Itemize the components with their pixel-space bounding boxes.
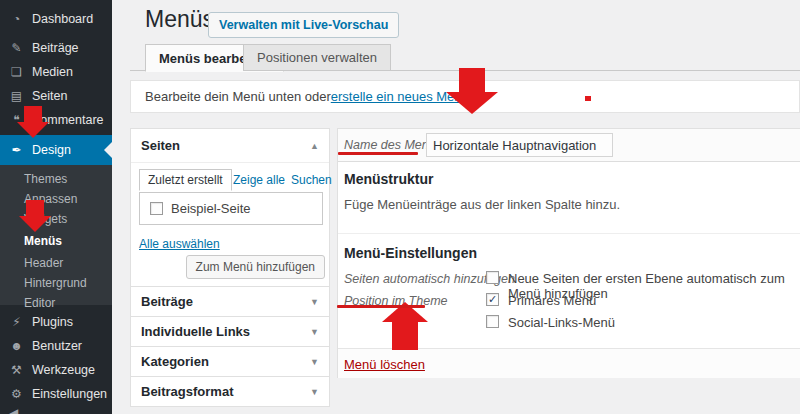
collapse-menu-icon[interactable]: ◀ — [9, 406, 18, 414]
edit-menu-notice: Bearbeite dein Menü unten oder erstelle … — [130, 80, 800, 113]
create-new-menu-link[interactable]: erstelle ein neues Menü — [331, 89, 469, 104]
sidebar-item-plugins[interactable]: ⚡ Plugins — [0, 310, 112, 334]
panel-seiten-body: Zuletzt erstellt Zeige alle Suchen Beisp… — [131, 162, 329, 286]
panel-kategorien-header[interactable]: Kategorien ▼ — [131, 347, 329, 376]
sidebar-item-label: Dashboard — [32, 12, 93, 26]
sidebar-item-benutzer[interactable]: ☻ Benutzer — [0, 334, 112, 358]
settings-icon: ⚙ — [9, 387, 24, 401]
subtab-suchen[interactable]: Suchen — [291, 173, 332, 187]
primary-menu-label: Primäres Menü — [508, 293, 596, 308]
sidebar-item-seiten[interactable]: ▤ Seiten — [0, 84, 112, 108]
active-menu-arrow — [104, 142, 112, 158]
page-list-box: Beispiel-Seite — [139, 192, 323, 225]
social-links-menu-checkbox[interactable] — [486, 315, 499, 328]
sidebar-item-dashboard[interactable]: ◔ Dashboard — [0, 6, 112, 32]
subtab-zuletzt-erstellt[interactable]: Zuletzt erstellt — [139, 169, 232, 191]
user-icon: ☻ — [9, 339, 24, 353]
panel-title: Beitragsformat — [141, 384, 233, 399]
panel-kategorien: Kategorien ▼ — [130, 346, 330, 376]
menu-structure-hint: Füge Menüeinträge aus der linken Spalte … — [344, 197, 620, 212]
sidebar-item-medien[interactable]: ❏ Medien — [0, 60, 112, 84]
select-all-link[interactable]: Alle auswählen — [139, 237, 220, 251]
menu-name-row: Name des Menüs — [338, 129, 800, 162]
wordpress-admin-menus-page: ◔ Dashboard ✎ Beiträge ❏ Medien ▤ Seiten… — [0, 0, 800, 414]
panel-title: Kategorien — [141, 354, 209, 369]
submenu-item-menues[interactable]: Menüs — [0, 231, 112, 251]
submenu-item-anpassen[interactable]: Anpassen — [0, 189, 112, 209]
subtab-zeige-alle[interactable]: Zeige alle — [233, 173, 285, 187]
sidebar-item-kommentare[interactable]: ❝ Kommentare — [0, 108, 112, 132]
sidebar-item-label: Werkzeuge — [32, 363, 95, 377]
panel-beitraege-header[interactable]: Beiträge ▼ — [131, 287, 329, 316]
panel-beitragsformat-header[interactable]: Beitragsformat ▼ — [131, 377, 329, 406]
submenu-item-themes[interactable]: Themes — [0, 169, 112, 189]
chevron-down-icon[interactable]: ▼ — [310, 327, 319, 337]
live-preview-button[interactable]: Verwalten mit Live-Vorschau — [208, 12, 399, 38]
chevron-down-icon[interactable]: ▼ — [310, 387, 319, 397]
section-divider — [338, 233, 800, 234]
theme-position-label: Position im Theme — [344, 294, 448, 308]
pages-icon: ▤ — [9, 89, 24, 103]
sidebar-item-label: Einstellungen — [32, 387, 107, 401]
media-icon: ❏ — [9, 65, 24, 79]
pushpin-icon: ✎ — [9, 41, 24, 55]
sidebar-item-label: Beiträge — [32, 41, 79, 55]
panel-title: Seiten — [141, 138, 180, 153]
sidebar-item-einstellungen[interactable]: ⚙ Einstellungen — [0, 382, 112, 406]
dashboard-icon: ◔ — [9, 12, 24, 26]
auto-add-checkbox[interactable] — [486, 271, 499, 284]
beispiel-seite-checkbox[interactable] — [150, 202, 163, 215]
panel-beitraege: Beiträge ▼ — [130, 286, 330, 316]
plug-icon: ⚡ — [9, 315, 24, 329]
menu-editor-card: Name des Menüs Menüstruktur Füge Menüein… — [337, 128, 800, 378]
panel-title: Individuelle Links — [141, 324, 250, 339]
menu-settings-heading: Menü-Einstellungen — [344, 245, 477, 261]
sidebar-item-label: Plugins — [32, 315, 73, 329]
sidebar-item-label: Design — [32, 143, 71, 157]
sidebar-item-label: Seiten — [32, 89, 67, 103]
panel-seiten-header[interactable]: Seiten ▲ — [131, 129, 329, 162]
sidebar-item-label: Medien — [32, 65, 73, 79]
chevron-up-icon[interactable]: ▲ — [310, 141, 319, 151]
admin-sidebar: ◔ Dashboard ✎ Beiträge ❏ Medien ▤ Seiten… — [0, 0, 112, 414]
menu-structure-heading: Menüstruktur — [344, 171, 433, 187]
page-item-label: Beispiel-Seite — [171, 201, 251, 216]
primary-menu-checkbox[interactable] — [486, 293, 499, 306]
design-submenu: Themes Anpassen Widgets Menüs Header Hin… — [0, 165, 112, 305]
menu-items-accordion: Seiten ▲ Zuletzt erstellt Zeige alle Suc… — [130, 128, 330, 407]
brush-icon: ✒ — [9, 143, 24, 157]
social-links-menu-label: Social-Links-Menü — [508, 315, 615, 330]
panel-title: Beiträge — [141, 294, 193, 309]
sidebar-item-werkzeuge[interactable]: ⚒ Werkzeuge — [0, 358, 112, 382]
comments-icon: ❝ — [9, 113, 24, 127]
sidebar-item-label: Benutzer — [32, 339, 82, 353]
chevron-down-icon[interactable]: ▼ — [310, 297, 319, 307]
delete-menu-link[interactable]: Menü löschen — [344, 357, 425, 372]
panel-individuelle-links: Individuelle Links ▼ — [130, 316, 330, 346]
chevron-down-icon[interactable]: ▼ — [310, 357, 319, 367]
submenu-item-widgets[interactable]: Widgets — [0, 209, 112, 229]
card-footer: Menü löschen — [338, 348, 800, 378]
submenu-item-header[interactable]: Header — [0, 253, 112, 273]
menu-name-input[interactable] — [426, 133, 613, 157]
sidebar-item-design[interactable]: ✒ Design — [0, 135, 112, 165]
add-to-menu-button[interactable]: Zum Menü hinzufügen — [186, 255, 325, 279]
panel-individuelle-links-header[interactable]: Individuelle Links ▼ — [131, 317, 329, 346]
panel-seiten: Seiten ▲ Zuletzt erstellt Zeige alle Suc… — [130, 128, 330, 286]
sidebar-item-beitraege[interactable]: ✎ Beiträge — [0, 36, 112, 60]
submenu-item-hintergrund[interactable]: Hintergrund — [0, 273, 112, 293]
notice-text: Bearbeite dein Menü unten oder — [145, 89, 331, 104]
wrench-icon: ⚒ — [9, 363, 24, 377]
page-title: Menüs — [145, 6, 214, 33]
panel-beitragsformat: Beitragsformat ▼ — [130, 376, 330, 407]
notice-text-end: . — [469, 89, 473, 104]
sidebar-item-label: Kommentare — [32, 113, 104, 127]
tab-positionen-verwalten[interactable]: Positionen verwalten — [243, 44, 391, 71]
